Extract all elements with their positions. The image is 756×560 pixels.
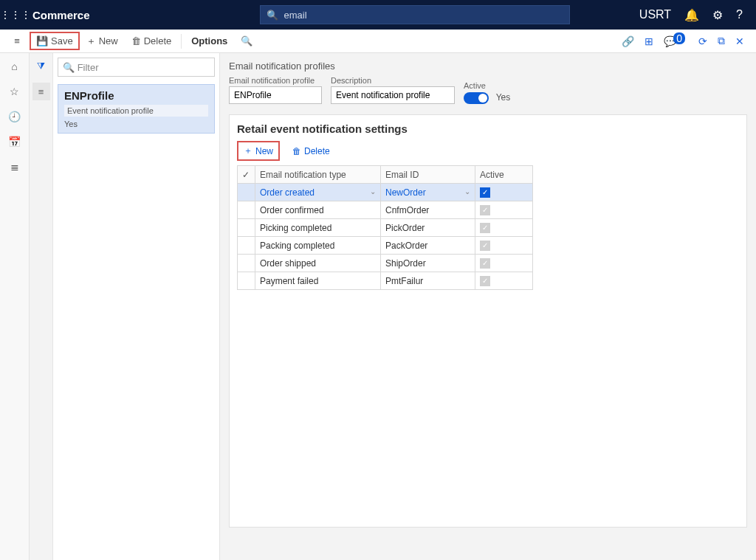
- cell-active[interactable]: ✓: [475, 272, 533, 290]
- col-type[interactable]: Email notification type: [255, 166, 381, 184]
- list-item-title: ENProfile: [64, 89, 208, 102]
- cell-emailid[interactable]: PackOrder: [381, 237, 475, 255]
- cell-active[interactable]: ✓: [475, 219, 533, 237]
- command-bar: ≡ 💾 Save ＋ New 🗑 Delete Options 🔍 🔗 ⊞ 💬0…: [0, 30, 756, 53]
- list-item-subtitle: Event notification profile: [64, 105, 208, 117]
- desc-input[interactable]: [331, 86, 455, 104]
- row-selector[interactable]: [238, 184, 255, 201]
- plus-icon: ＋: [86, 35, 96, 48]
- grid-new-button[interactable]: ＋ New: [237, 141, 280, 161]
- grid-title: Retail event notification settings: [237, 122, 739, 135]
- lines-icon[interactable]: ≡: [32, 83, 50, 100]
- row-selector[interactable]: [238, 255, 255, 272]
- col-select[interactable]: ✓: [238, 166, 255, 184]
- cell-type[interactable]: Payment failed: [255, 272, 381, 290]
- delete-label: Delete: [144, 35, 172, 46]
- row-selector[interactable]: [238, 237, 255, 255]
- top-navbar: ⋮⋮⋮ Commerce 🔍 email USRT 🔔 ⚙ ?: [0, 0, 756, 30]
- table-row[interactable]: Order confirmedCnfmOrder✓: [238, 201, 533, 219]
- gear-icon[interactable]: ⚙: [712, 8, 723, 22]
- help-icon[interactable]: ?: [736, 8, 743, 21]
- refresh-icon[interactable]: ⟳: [698, 35, 707, 47]
- close-icon[interactable]: ✕: [735, 35, 744, 47]
- trash-icon: 🗑: [131, 35, 141, 46]
- star-icon[interactable]: ☆: [10, 86, 19, 97]
- cell-type[interactable]: Packing completed: [255, 237, 381, 255]
- page-title: Email notification profiles: [229, 61, 747, 72]
- col-active[interactable]: Active: [475, 166, 533, 184]
- grid-delete-button[interactable]: 🗑 Delete: [286, 141, 337, 161]
- filter-input[interactable]: 🔍 Filter: [58, 58, 215, 77]
- save-icon: 💾: [36, 35, 48, 46]
- row-selector[interactable]: [238, 201, 255, 219]
- home-icon[interactable]: ⌂: [11, 61, 17, 72]
- nav-rail: ⌂ ☆ 🕘 📅 ≣: [0, 53, 30, 560]
- cell-active[interactable]: ✓: [475, 201, 533, 219]
- cell-active[interactable]: ✓: [475, 237, 533, 255]
- trash-icon: 🗑: [292, 146, 301, 156]
- cell-type[interactable]: Order confirmed: [255, 201, 381, 219]
- list-icon[interactable]: ≣: [10, 161, 19, 173]
- calendar-icon[interactable]: 📅: [8, 136, 21, 148]
- cell-emailid[interactable]: CnfmOrder: [381, 201, 475, 219]
- filter-strip: ⧩ ≡: [30, 53, 53, 560]
- cell-active[interactable]: ✓: [475, 184, 533, 201]
- office-icon[interactable]: ⊞: [645, 35, 653, 47]
- cell-type[interactable]: Order created⌄: [255, 184, 381, 201]
- cmd-search-button[interactable]: 🔍: [234, 32, 259, 50]
- table-row[interactable]: Order created⌄NewOrder⌄✓: [238, 184, 533, 201]
- settings-grid: ✓ Email notification type Email ID Activ…: [237, 165, 533, 290]
- search-text: email: [284, 10, 307, 21]
- list-panel: 🔍 Filter ENProfile Event notification pr…: [53, 53, 220, 560]
- clock-icon[interactable]: 🕘: [8, 111, 21, 122]
- funnel-icon[interactable]: ⧩: [32, 58, 50, 75]
- cell-type[interactable]: Order shipped: [255, 255, 381, 272]
- hamburger-icon[interactable]: ≡: [4, 35, 30, 46]
- cell-emailid[interactable]: PmtFailur: [381, 272, 475, 290]
- table-row[interactable]: Picking completedPickOrder✓: [238, 219, 533, 237]
- search-icon: 🔍: [63, 62, 75, 73]
- grid-card: Retail event notification settings ＋ New…: [229, 114, 747, 528]
- waffle-icon[interactable]: ⋮⋮⋮: [0, 9, 30, 21]
- save-button[interactable]: 💾 Save: [30, 32, 80, 50]
- plus-icon: ＋: [244, 145, 252, 157]
- cell-emailid[interactable]: ShipOrder: [381, 255, 475, 272]
- separator: [181, 34, 182, 49]
- col-emailid[interactable]: Email ID: [381, 166, 475, 184]
- cell-emailid[interactable]: NewOrder⌄: [381, 184, 475, 201]
- table-row[interactable]: Payment failedPmtFailur✓: [238, 272, 533, 290]
- save-label: Save: [51, 35, 73, 46]
- list-item[interactable]: ENProfile Event notification profile Yes: [58, 84, 215, 134]
- desc-label: Description: [331, 76, 455, 85]
- row-selector[interactable]: [238, 219, 255, 237]
- user-label[interactable]: USRT: [639, 8, 671, 21]
- delete-button[interactable]: 🗑 Delete: [125, 32, 179, 50]
- link-icon[interactable]: 🔗: [622, 35, 634, 47]
- options-button[interactable]: Options: [185, 32, 234, 50]
- active-label: Active: [464, 81, 510, 90]
- global-search[interactable]: 🔍 email: [260, 5, 570, 24]
- active-text: Yes: [496, 92, 511, 103]
- popout-icon[interactable]: ⧉: [718, 35, 725, 47]
- cell-type[interactable]: Picking completed: [255, 219, 381, 237]
- messages-icon[interactable]: 💬0: [664, 35, 688, 47]
- cell-emailid[interactable]: PickOrder: [381, 219, 475, 237]
- bell-icon[interactable]: 🔔: [684, 8, 699, 22]
- main-content: Email notification profiles Email notifi…: [220, 53, 756, 560]
- new-label: New: [99, 35, 118, 46]
- row-selector[interactable]: [238, 272, 255, 290]
- profile-label: Email notification profile: [229, 76, 322, 85]
- cell-active[interactable]: ✓: [475, 255, 533, 272]
- brand-title: Commerce: [30, 9, 90, 21]
- table-row[interactable]: Packing completedPackOrder✓: [238, 237, 533, 255]
- new-button[interactable]: ＋ New: [80, 31, 125, 52]
- list-item-active: Yes: [64, 120, 208, 128]
- search-icon: 🔍: [267, 10, 278, 21]
- filter-placeholder: Filter: [78, 62, 99, 73]
- profile-input[interactable]: [229, 86, 322, 104]
- table-row[interactable]: Order shippedShipOrder✓: [238, 255, 533, 272]
- active-toggle[interactable]: [464, 92, 489, 104]
